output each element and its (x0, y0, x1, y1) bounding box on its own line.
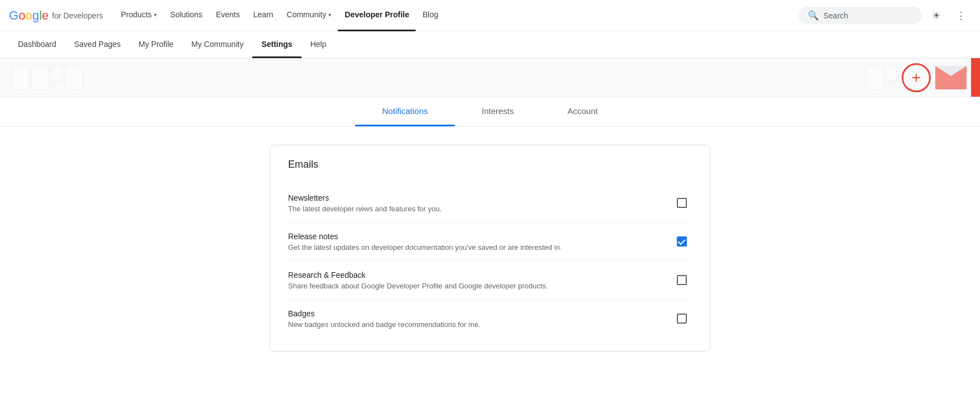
search-icon: 🔍 (808, 10, 819, 21)
tab-interests[interactable]: Interests (455, 97, 541, 126)
nav-links: Products ▾ Solutions Events Learn Commun… (114, 0, 797, 31)
sec-link-dashboard[interactable]: Dashboard (9, 31, 65, 58)
logo-suffix: for Developers (52, 11, 103, 20)
release-notes-description: Get the latest updates on developer docu… (288, 243, 672, 252)
theme-toggle-button[interactable]: ☀ (926, 6, 946, 26)
nav-link-products[interactable]: Products ▾ (114, 0, 163, 31)
emails-title: Emails (288, 159, 692, 170)
release-notes-checkbox[interactable] (677, 236, 687, 246)
email-row-research-feedback: Research & Feedback Share feedback about… (288, 260, 692, 299)
logo[interactable]: Google for Developers (9, 8, 103, 23)
top-navigation: Google for Developers Products ▾ Solutio… (0, 0, 980, 31)
email-row-newsletters: Newsletters The latest developer news an… (288, 184, 692, 222)
sun-icon: ☀ (932, 10, 941, 22)
release-notes-title: Release notes (288, 232, 672, 241)
sec-link-help[interactable]: Help (301, 31, 336, 58)
email-row-badges: Badges New badges unlocked and badge rec… (288, 299, 692, 338)
nav-link-events[interactable]: Events (209, 0, 247, 31)
banner-area: + (0, 58, 980, 97)
sec-link-settings[interactable]: Settings (252, 31, 301, 58)
chevron-down-icon: ▾ (154, 12, 157, 18)
nav-link-solutions[interactable]: Solutions (163, 0, 209, 31)
badges-description: New badges unlocked and badge recommenda… (288, 320, 672, 329)
emails-card: Emails Newsletters The latest developer … (270, 145, 710, 352)
main-content: Emails Newsletters The latest developer … (261, 145, 719, 352)
secondary-navigation: Dashboard Saved Pages My Profile My Comm… (0, 31, 980, 58)
more-vert-icon: ⋮ (956, 10, 966, 22)
research-feedback-checkbox[interactable] (677, 275, 687, 285)
sec-link-my-community[interactable]: My Community (182, 31, 252, 58)
nav-link-community[interactable]: Community ▾ (280, 0, 338, 31)
tab-notifications[interactable]: Notifications (355, 97, 455, 126)
badges-title: Badges (288, 309, 672, 318)
search-box[interactable]: 🔍 Search (799, 7, 922, 24)
nav-link-blog[interactable]: Blog (416, 0, 445, 31)
search-input-label: Search (823, 11, 848, 20)
banner-right-decorative: + (866, 63, 969, 92)
add-circle-icon: + (902, 63, 931, 92)
banner-red-accent (971, 58, 980, 97)
research-feedback-title: Research & Feedback (288, 271, 672, 279)
more-options-button[interactable]: ⋮ (951, 6, 971, 26)
badges-checkbox[interactable] (677, 314, 687, 324)
email-row-release-notes: Release notes Get the latest updates on … (288, 222, 692, 260)
nav-link-developer-profile[interactable]: Developer Profile (338, 0, 416, 31)
envelope-icon (935, 64, 969, 92)
research-feedback-description: Share feedback about Google Developer Pr… (288, 282, 672, 290)
newsletters-title: Newsletters (288, 193, 672, 202)
newsletters-checkbox[interactable] (677, 198, 687, 208)
newsletters-description: The latest developer news and features f… (288, 205, 672, 213)
chevron-down-icon: ▾ (328, 12, 331, 18)
sec-link-saved-pages[interactable]: Saved Pages (65, 31, 130, 58)
nav-right: 🔍 Search ☀ ⋮ (799, 6, 971, 26)
sec-link-my-profile[interactable]: My Profile (130, 31, 182, 58)
nav-link-learn[interactable]: Learn (247, 0, 280, 31)
settings-tabs: Notifications Interests Account (0, 97, 980, 127)
tab-account[interactable]: Account (541, 97, 625, 126)
banner-decorative-grid (11, 65, 83, 90)
